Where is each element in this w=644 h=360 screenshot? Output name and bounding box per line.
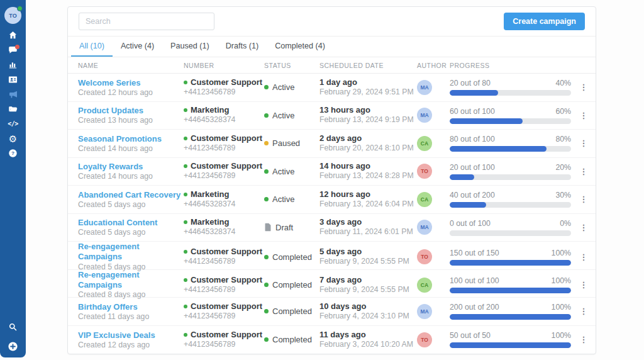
- progress-percent: 40%: [555, 79, 571, 87]
- author-cell: CA: [417, 192, 450, 207]
- scheduled-cell: 12 hours ago February 13, 2024 6:04 PM: [319, 189, 417, 210]
- sidebar-item-settings[interactable]: ⚙: [0, 132, 26, 147]
- sidebar-search-button[interactable]: [0, 319, 26, 334]
- sidebar-item-code[interactable]: </>: [0, 116, 26, 132]
- row-menu-button[interactable]: ⋮: [576, 81, 592, 94]
- notification-dot: [15, 45, 19, 49]
- table-row: Seasonal Promotions Created 14 hours ago…: [68, 130, 596, 158]
- scheduled-relative: 13 hours ago: [319, 105, 417, 115]
- sidebar-item-help[interactable]: ?: [0, 146, 26, 161]
- number-cell: Marketing +44645328374: [184, 189, 264, 210]
- status-label: Completed: [272, 335, 312, 344]
- sidebar-item-messages[interactable]: [0, 43, 26, 58]
- column-header-status: STATUS: [264, 62, 319, 69]
- status-label: Active: [272, 194, 294, 204]
- status-label: Active: [272, 82, 294, 92]
- channel-status-dot: [184, 333, 187, 337]
- number-cell: Marketing +44645328374: [184, 105, 264, 125]
- campaign-name-link[interactable]: VIP Exclusive Deals: [78, 330, 155, 340]
- created-label: Created 8 days ago: [78, 290, 184, 300]
- phone-number: +44123456789: [184, 171, 264, 181]
- scheduled-cell: 3 days ago February 11, 2024 6:01 PM: [319, 217, 417, 237]
- name-cell: Loyalty Rewards Created 14 hours ago: [78, 160, 184, 182]
- row-menu-button[interactable]: ⋮: [576, 193, 592, 206]
- scheduled-datetime: February 13, 2024 9:19 PM: [319, 115, 417, 125]
- sidebar-item-campaigns[interactable]: [0, 87, 26, 102]
- created-label: Created 5 days ago: [78, 228, 184, 238]
- row-menu-button[interactable]: ⋮: [576, 278, 592, 291]
- tab-drafts[interactable]: Drafts (1): [218, 37, 267, 57]
- tab-all[interactable]: All (10): [71, 37, 113, 57]
- sidebar-item-analytics[interactable]: [0, 57, 26, 72]
- campaign-name-link[interactable]: Abandoned Cart Recovery: [78, 190, 180, 200]
- scheduled-relative: 5 days ago: [319, 247, 417, 257]
- row-menu-button[interactable]: ⋮: [576, 305, 592, 318]
- author-cell: CA: [417, 278, 450, 293]
- name-cell: Welcome Series Created 12 hours ago: [78, 77, 184, 98]
- column-header-scheduled-date: SCHEDULED DATE: [319, 62, 417, 69]
- status-dot: [264, 309, 269, 313]
- phone-number: +44123456789: [184, 340, 264, 350]
- author-cell: TO: [417, 164, 450, 179]
- campaign-name-link[interactable]: Birthday Offers: [78, 302, 138, 312]
- campaign-name-link[interactable]: Educational Content: [78, 218, 157, 228]
- campaign-name-link[interactable]: Product Updates: [78, 106, 143, 116]
- table-header: NAMENUMBERSTATUSSCHEDULED DATEAUTHORPROG…: [68, 57, 596, 74]
- number-cell: Customer Support +44123456789: [184, 133, 264, 154]
- row-menu-button[interactable]: ⋮: [576, 333, 592, 346]
- row-menu-button[interactable]: ⋮: [576, 250, 592, 264]
- name-cell: Educational Content Created 5 days ago: [78, 217, 184, 238]
- progress-percent: 0%: [560, 219, 571, 228]
- scheduled-datetime: February 4, 2024 3:10 PM: [319, 312, 417, 322]
- tab-completed[interactable]: Completed (4): [267, 37, 333, 57]
- column-header-number: NUMBER: [184, 62, 264, 69]
- row-menu-button[interactable]: ⋮: [576, 165, 592, 178]
- user-avatar[interactable]: TO: [4, 7, 21, 24]
- sidebar-item-contacts[interactable]: [0, 72, 26, 87]
- progress-percent: 100%: [552, 276, 571, 285]
- scheduled-relative: 3 days ago: [319, 217, 417, 227]
- progress-cell: 200 out of 200 100%: [450, 303, 571, 320]
- campaign-tabs: All (10)Active (4)Paused (1)Drafts (1)Co…: [68, 37, 596, 57]
- scheduled-datetime: February 9, 2024 5:55 PM: [319, 285, 417, 295]
- author-avatar: MA: [417, 80, 432, 95]
- progress-percent: 80%: [555, 135, 571, 143]
- campaign-name-link[interactable]: Welcome Series: [78, 78, 140, 88]
- help-icon: ?: [8, 149, 18, 158]
- phone-number: +44123456789: [184, 87, 264, 98]
- name-cell: Seasonal Promotions Created 14 hours ago: [78, 133, 184, 154]
- tab-active[interactable]: Active (4): [113, 37, 162, 57]
- row-menu-button[interactable]: ⋮: [576, 109, 592, 122]
- campaign-name-link[interactable]: Loyalty Rewards: [78, 162, 143, 172]
- channel-status-dot: [184, 220, 187, 224]
- progress-label: 20 out of 100: [450, 163, 495, 172]
- campaign-name-link[interactable]: Re-engagement Campaigns: [78, 242, 184, 262]
- campaigns-icon: [8, 89, 18, 99]
- progress-percent: 100%: [552, 249, 571, 257]
- row-menu-button[interactable]: ⋮: [576, 221, 592, 234]
- progress-bar: [450, 288, 571, 293]
- number-cell: Customer Support +44123456789: [184, 301, 264, 322]
- create-campaign-button[interactable]: Create campaign: [504, 13, 585, 30]
- sidebar-item-folders[interactable]: [0, 102, 26, 117]
- status-dot: [264, 283, 269, 287]
- progress-label: 200 out of 200: [450, 303, 499, 312]
- scheduled-datetime: February 13, 2024 6:04 PM: [319, 200, 417, 210]
- channel-status-dot: [184, 137, 187, 140]
- status-dot: [264, 255, 269, 259]
- contacts-icon: [8, 75, 18, 84]
- author-avatar: TO: [417, 332, 432, 347]
- channel-status-dot: [184, 164, 187, 168]
- scheduled-relative: 10 days ago: [319, 301, 417, 312]
- status-badge: Active: [264, 111, 319, 120]
- campaign-name-link[interactable]: Re-engagement Campaigns: [78, 270, 184, 291]
- author-cell: MA: [417, 108, 450, 123]
- tab-paused[interactable]: Paused (1): [162, 37, 218, 57]
- sidebar-add-button[interactable]: [0, 339, 26, 354]
- sidebar-item-home[interactable]: [0, 28, 26, 43]
- search-input[interactable]: [79, 13, 214, 30]
- analytics-icon: [8, 60, 18, 69]
- campaign-name-link[interactable]: Seasonal Promotions: [78, 134, 162, 144]
- status-dot: [264, 197, 269, 201]
- row-menu-button[interactable]: ⋮: [576, 137, 592, 150]
